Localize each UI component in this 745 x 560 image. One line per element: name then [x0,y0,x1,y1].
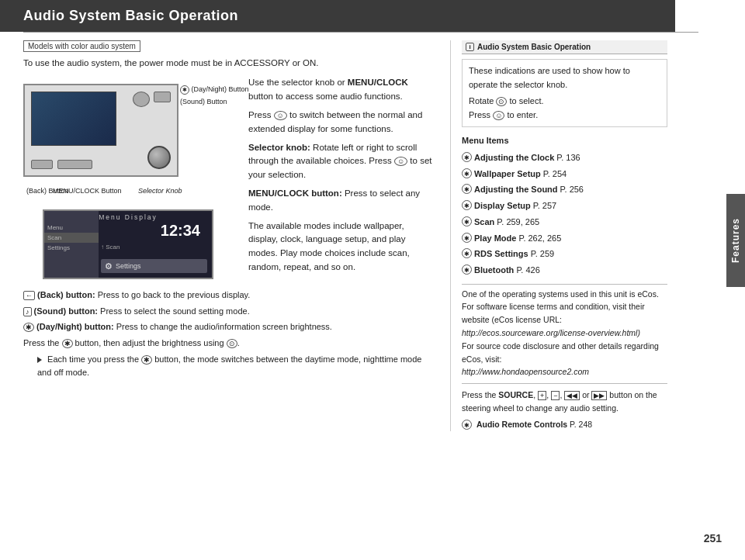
note-back: ← (Back) button: Press to go back to the… [23,289,435,302]
menu-item-wallpaper: ✱ Wallpaper Setup P. 254 [462,167,667,181]
back-btn [31,160,53,169]
divider-1 [462,284,667,285]
ecos-text: One of the operating systems used in thi… [462,288,667,301]
device-box [23,84,178,177]
sound-btn [154,92,171,102]
menu-icon-6: ✱ [462,233,472,243]
menu-clock-btn [57,160,92,169]
info-line-3: Press ☺ to enter. [469,109,660,123]
menu-icon-3: ✱ [462,184,472,194]
source-button-note: Press the SOURCE, +, −, ◀◀ or ▶▶ button … [462,389,667,430]
menu-item-bluetooth: ✱ Bluetooth P. 426 [462,263,667,278]
page-number: 251 [704,532,722,544]
sidebar-menu: Menu [44,223,99,233]
scan-arrow: ↑ Scan [101,244,120,251]
ecos-url: http://ecos.sourceware.org/license-overv… [462,327,667,340]
desc-para-menu-clock: MENU/CLOCK button: Press to select any m… [248,187,435,215]
settings-bar: ⚙ Settings [101,259,207,273]
day-night-btn [133,92,150,107]
desc-para-modes: The available modes include wallpaper, d… [248,220,435,275]
left-column: Models with color audio system To use th… [23,40,450,431]
label-selector-knob: Selector Knob [138,187,182,195]
desc-para-1: Use the selector knob or MENU/CLOCK butt… [248,76,435,104]
menu-items-label: Menu Items [462,133,667,148]
menu-display-clock: 12:34 [161,222,200,240]
menu-display-box: Menu Display 12:34 Menu Scan Settings ↑ … [43,209,213,279]
description-text: Use the selector knob or MENU/CLOCK butt… [248,76,435,282]
menu-item-sound: ✱ Adjusting the Sound P. 256 [462,182,667,197]
menu-item-scan: ✱ Scan P. 259, 265 [462,215,667,230]
sidebar-settings: Settings [44,243,99,253]
audio-remote-page: P. 248 [570,420,592,429]
menu-items-section: Menu Items ✱ Adjusting the Clock P. 136 … [462,133,667,277]
info-line-1: These indications are used to show how t… [469,64,660,92]
sidebar-scan: Scan [44,233,99,243]
note-brightness: Press the ✱ button, then adjust the brig… [23,337,435,351]
main-content: Models with color audio system To use th… [0,40,745,431]
diagrams-column: ✱ (Day/Night) Button (Sound) Button (Bac… [23,76,233,282]
device-screen [31,92,116,146]
note-day-night: ✱ (Day/Night) button: Press to change th… [23,320,435,334]
label-day-night: ✱ (Day/Night) Button [180,85,249,95]
menu-item-display: ✱ Display Setup P. 257 [462,199,667,213]
right-info-box: These indications are used to show how t… [462,59,667,127]
menu-sidebar: Menu Scan Settings [44,211,99,278]
left-content-area: ✱ (Day/Night) Button (Sound) Button (Bac… [23,76,435,282]
audio-remote-text: Audio Remote Controls [476,420,567,429]
device-diagram-wrap: ✱ (Day/Night) Button (Sound) Button (Bac… [23,76,233,200]
right-column: i Audio System Basic Operation These ind… [450,40,667,431]
right-header-text: Audio System Basic Operation [477,43,591,51]
software-note: For software license terms and condition… [462,300,667,327]
divider-2 [462,383,667,384]
menu-icon-2: ✱ [462,168,472,178]
bottom-notes: ← (Back) button: Press to go back to the… [23,289,435,380]
menu-icon-1: ✱ [462,152,472,162]
selector-knob [147,146,171,169]
menu-item-rds: ✱ RDS Settings P. 259 [462,247,667,261]
note-sound: ♪ (Sound) button: Press to select the so… [23,305,435,319]
menu-display-diagram: Menu Display 12:34 Menu Scan Settings ↑ … [23,209,233,279]
page-header: Audio System Basic Operation [0,0,675,32]
page-title: Audio System Basic Operation [23,8,238,23]
settings-label: Settings [116,262,141,270]
honda-url: http://www.hondaopensource2.com [462,365,667,379]
menu-icon-8: ✱ [462,264,472,275]
note-mode-switch: Each time you press the ✱ button, the mo… [37,353,435,380]
ecos-note: One of the operating systems used in thi… [462,288,667,379]
menu-item-play: ✱ Play Mode P. 262, 265 [462,231,667,246]
menu-icon-4: ✱ [462,200,472,210]
menu-icon-7: ✱ [462,248,472,258]
source-note: For source code disclosure and other det… [462,340,667,366]
audio-remote-icon: ✱ [462,420,472,430]
info-line-2: Rotate ⊙ to select. [469,95,660,109]
label-sound: (Sound) Button [180,98,227,105]
desc-para-selector: Selector knob: Rotate left or right to s… [248,141,435,182]
features-tab: Features [726,194,745,287]
menu-icon-5: ✱ [462,216,472,226]
header-rule [23,32,698,33]
label-menu-clock: MENU/CLOCK Button [53,187,122,195]
intro-text: To use the audio system, the power mode … [23,57,435,70]
menu-item-clock: ✱ Adjusting the Clock P. 136 [462,150,667,165]
audio-remote-line: ✱ Audio Remote Controls P. 248 [462,418,667,431]
right-section-header: i Audio System Basic Operation [462,40,667,54]
desc-para-2: Press ☺ to switch between the normal and… [248,109,435,137]
model-badge: Models with color audio system [23,40,140,52]
